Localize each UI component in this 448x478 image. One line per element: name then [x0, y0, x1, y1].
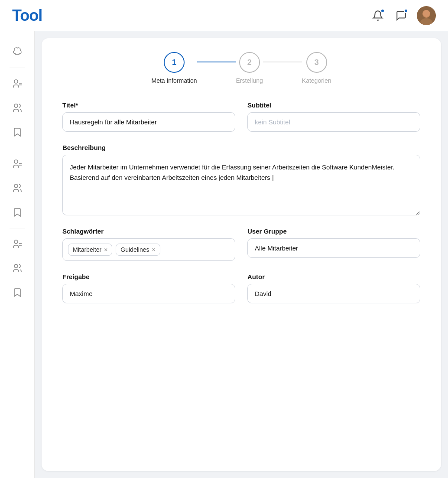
header-icons — [370, 6, 436, 25]
user-gruppe-group: User Gruppe — [247, 228, 420, 261]
step-3[interactable]: 3 Kategorien — [302, 52, 331, 84]
user-list-3-icon — [12, 239, 23, 249]
bookmark-icon — [12, 127, 23, 137]
logo-accent: T — [12, 7, 20, 24]
sidebar-item-group-2[interactable] — [7, 178, 28, 198]
avatar-image — [417, 6, 436, 25]
autor-label: Autor — [247, 273, 420, 280]
svg-point-15 — [14, 264, 18, 268]
notification-button[interactable] — [370, 8, 386, 23]
sidebar — [0, 31, 35, 478]
app-logo: Tool — [12, 7, 42, 25]
bookmark-2-icon — [12, 207, 23, 218]
beschreibung-row: Beschreibung Jeder Mitarbeiter im Untern… — [62, 144, 420, 215]
subtitel-group: Subtitel — [247, 101, 420, 132]
group-3-icon — [12, 263, 23, 273]
freigabe-input[interactable] — [62, 284, 235, 303]
freigabe-label: Freigabe — [62, 273, 235, 280]
svg-point-12 — [14, 240, 18, 244]
step-2-label: Erstellung — [236, 77, 263, 84]
user-gruppe-label: User Gruppe — [247, 228, 420, 235]
titel-label: Titel* — [62, 101, 235, 109]
tag-guidelines: Guidelines × — [116, 244, 160, 256]
schlagwoerter-user-gruppe-row: Schlagwörter Mitarbeiter × Guidelines × … — [62, 228, 420, 261]
autor-input[interactable] — [247, 284, 420, 303]
user-list-icon — [12, 78, 23, 89]
step-3-circle: 3 — [306, 52, 327, 73]
sidebar-divider-1 — [10, 68, 25, 68]
message-button[interactable] — [393, 8, 409, 23]
beschreibung-group: Beschreibung Jeder Mitarbeiter im Untern… — [62, 144, 420, 215]
tag-mitarbeiter-remove[interactable]: × — [104, 247, 107, 253]
tag-guidelines-text: Guidelines — [120, 246, 149, 253]
main-content: 1 Meta Information 2 Erstellung 3 Katego… — [42, 38, 441, 471]
bookmark-3-icon — [12, 287, 23, 298]
stepper: 1 Meta Information 2 Erstellung 3 Katego… — [62, 52, 420, 84]
sidebar-item-user-list[interactable] — [7, 73, 28, 94]
tag-guidelines-remove[interactable]: × — [152, 247, 155, 253]
tag-mitarbeiter-text: Mitarbeiter — [73, 246, 101, 253]
sidebar-divider-3 — [10, 228, 25, 228]
freigabe-group: Freigabe — [62, 273, 235, 303]
notification-badge — [380, 9, 385, 13]
tag-mitarbeiter: Mitarbeiter × — [68, 244, 112, 256]
sidebar-item-group[interactable] — [7, 98, 28, 118]
step-1-label: Meta Information — [151, 77, 197, 84]
brain-icon — [12, 47, 23, 57]
svg-point-4 — [14, 80, 18, 83]
sidebar-item-bookmark-2[interactable] — [7, 202, 28, 223]
step-2[interactable]: 2 Erstellung — [236, 52, 263, 84]
autor-group: Autor — [247, 273, 420, 303]
svg-point-3 — [423, 10, 430, 17]
subtitel-input[interactable] — [247, 112, 420, 132]
titel-input[interactable] — [62, 112, 235, 132]
sidebar-item-user-list-3[interactable] — [7, 234, 28, 254]
svg-point-8 — [14, 160, 18, 163]
svg-point-11 — [14, 184, 18, 188]
sidebar-divider-2 — [10, 148, 25, 148]
beschreibung-label: Beschreibung — [62, 144, 420, 151]
sidebar-item-bookmark[interactable] — [7, 122, 28, 143]
step-1-circle: 1 — [164, 52, 185, 73]
titel-subtitel-row: Titel* Subtitel — [62, 101, 420, 132]
app-layout: 1 Meta Information 2 Erstellung 3 Katego… — [0, 31, 448, 478]
group-2-icon — [12, 183, 23, 193]
sidebar-item-group-3[interactable] — [7, 258, 28, 279]
step-connector-1-2 — [197, 62, 236, 62]
step-2-circle: 2 — [239, 52, 260, 73]
header: Tool — [0, 0, 448, 31]
group-icon — [12, 103, 23, 113]
freigabe-autor-row: Freigabe Autor — [62, 273, 420, 303]
sidebar-item-user-list-2[interactable] — [7, 153, 28, 174]
user-list-2-icon — [12, 159, 23, 169]
user-gruppe-input[interactable] — [247, 238, 420, 258]
svg-point-7 — [14, 104, 18, 107]
step-3-label: Kategorien — [302, 77, 331, 84]
message-badge — [404, 9, 408, 13]
schlagwoerter-group: Schlagwörter Mitarbeiter × Guidelines × — [62, 228, 235, 261]
beschreibung-textarea[interactable]: Jeder Mitarbeiter im Unternehmen verwend… — [62, 155, 420, 215]
schlagwoerter-label: Schlagwörter — [62, 228, 235, 235]
sidebar-item-brain[interactable] — [7, 42, 28, 62]
subtitel-label: Subtitel — [247, 101, 420, 109]
user-avatar[interactable] — [417, 6, 436, 25]
step-1[interactable]: 1 Meta Information — [151, 52, 197, 84]
titel-group: Titel* — [62, 101, 235, 132]
step-connector-2-3 — [263, 62, 302, 62]
tags-input[interactable]: Mitarbeiter × Guidelines × — [62, 238, 235, 261]
sidebar-item-bookmark-3[interactable] — [7, 282, 28, 303]
